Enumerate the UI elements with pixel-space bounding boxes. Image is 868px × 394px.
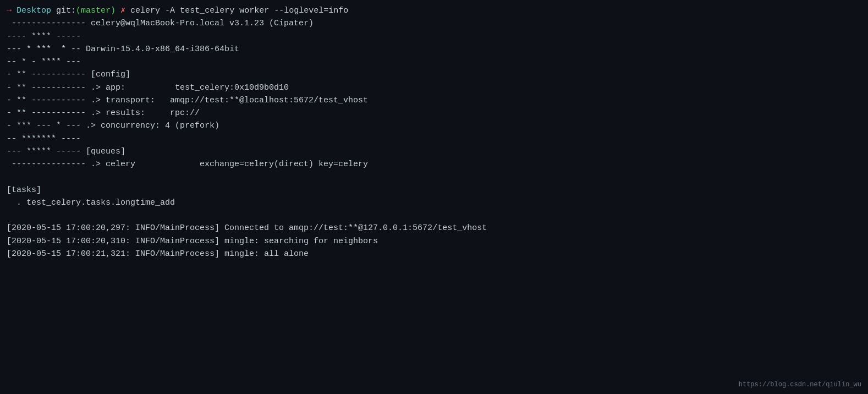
empty-line-1 — [7, 171, 861, 183]
log-line-2: [2020-05-15 17:00:20,310: INFO/MainProce… — [7, 235, 861, 248]
terminal-window: → Desktop git:(master) ✗ celery -A test_… — [0, 0, 868, 394]
banner-line-2: ---- **** ----- — [7, 30, 861, 43]
command-line: → Desktop git:(master) ✗ celery -A test_… — [7, 4, 861, 17]
log-line-1: [2020-05-15 17:00:20,297: INFO/MainProce… — [7, 222, 861, 234]
config-results: - ** ----------- .> results: rpc:// — [7, 107, 861, 119]
banner-line-3: --- * *** * -- Darwin-15.4.0-x86_64-i386… — [7, 43, 861, 56]
log-line-3: [2020-05-15 17:00:21,321: INFO/MainProce… — [7, 248, 861, 260]
banner-line-4: -- * - **** --- — [7, 56, 861, 68]
directory-label: Desktop — [17, 6, 51, 15]
config-app: - ** ----------- .> app: test_celery:0x1… — [7, 81, 861, 94]
queues-header: --- ***** ----- [queues] — [7, 145, 861, 158]
empty-line-2 — [7, 209, 861, 222]
banner-line-10: -- ******* ---- — [7, 133, 861, 145]
watermark: https://blog.csdn.net/qiulin_wu — [739, 381, 861, 388]
config-header: - ** ----------- [config] — [7, 68, 861, 81]
config-concurrency: - *** --- * --- .> concurrency: 4 (prefo… — [7, 119, 861, 132]
tasks-header: [tasks] — [7, 184, 861, 196]
tasks-item: . test_celery.tasks.longtime_add — [7, 196, 861, 209]
queue-celery: --------------- .> celery exchange=celer… — [7, 158, 861, 171]
command-text: celery -A test_celery worker --loglevel=… — [130, 6, 348, 15]
branch-label: (master) — [76, 6, 116, 15]
banner-line-1: --------------- celery@wqlMacBook-Pro.lo… — [7, 17, 861, 30]
arrow-icon: → — [7, 6, 17, 15]
git-label: git: — [51, 6, 76, 15]
config-transport: - ** ----------- .> transport: amqp://te… — [7, 94, 861, 107]
status-icon: ✗ — [116, 6, 130, 15]
